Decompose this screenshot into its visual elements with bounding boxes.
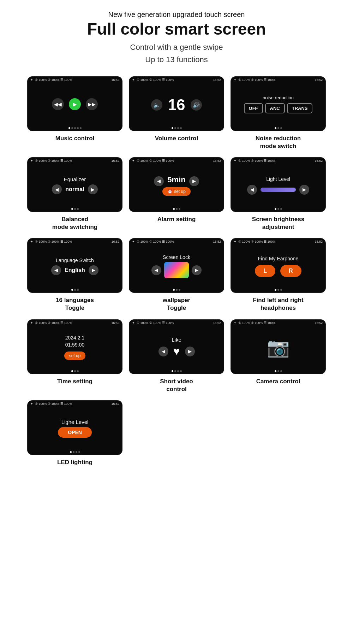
lang-label: 16 languagesToggle [56, 296, 94, 312]
screen-volume: ✦ ① 100% ② 100% ☰ 100% 16:52 🔈 16 🔊 [129, 76, 224, 131]
noise-off-btn[interactable]: OFF [244, 103, 263, 113]
alarm-time: 5min [167, 175, 185, 184]
cell-led: ✦ ① 100% ② 100% ☰ 100% 16:52 Lighe Level… [27, 400, 122, 466]
header-title: Full color smart screen [87, 20, 266, 38]
volume-dots [129, 127, 224, 131]
volume-label: Volume control [155, 135, 198, 142]
wall-dots [129, 289, 224, 293]
wall-title: Screen Lock [163, 254, 190, 260]
led-open-label: OPEN [68, 430, 82, 435]
led-open-btn[interactable]: OPEN [58, 427, 92, 438]
noise-title: noise reduction [263, 95, 294, 100]
like-row: ◀ ♥ ▶ [158, 345, 195, 358]
like-dots [129, 370, 224, 374]
cell-equalizer: ✦ ① 100% ② 100% ☰ 100% 16:52 Equalizer ◀… [27, 157, 122, 231]
lang-next-btn[interactable]: ▶ [89, 265, 98, 275]
screen-equalizer: ✦ ① 100% ② 100% ☰ 100% 16:52 Equalizer ◀… [27, 157, 122, 212]
led-content: Lighe Level OPEN [28, 406, 122, 451]
bright-title: Light Level [266, 176, 290, 182]
eq-dots [28, 208, 122, 212]
alarm-setup-label: set up [174, 189, 186, 194]
screen-wallpaper: ✦ ① 100% ② 100% ☰ 100% 16:52 Screen Lock… [129, 238, 224, 293]
status-bar-led: ✦ ① 100% ② 100% ☰ 100% 16:52 [28, 401, 122, 406]
eq-value: normal [65, 186, 84, 193]
lang-prev-btn[interactable]: ◀ [51, 265, 61, 275]
page-header: New five generation upgraded touch scree… [87, 11, 266, 66]
brightness-bar [261, 188, 296, 192]
header-desc2: Up to 13 functions [87, 53, 266, 66]
find-content: Find My Earphone L R [231, 244, 325, 289]
wall-row: ◀ ▶ [151, 262, 202, 278]
eq-next-btn[interactable]: ▶ [88, 184, 98, 194]
eq-prev-btn[interactable]: ◀ [52, 184, 62, 194]
like-next-btn[interactable]: ▶ [185, 347, 195, 356]
forward-btn[interactable]: ▶▶ [86, 98, 98, 110]
noise-anc-btn[interactable]: ANC [265, 103, 285, 113]
cam-dots [231, 370, 325, 374]
rewind-btn[interactable]: ◀◀ [52, 98, 64, 110]
noise-label-text: Noise reductionmode switch [256, 135, 301, 150]
screen-music: ✦ ① 100% ② 100% ☰ 100% 16:52 ◀◀ ▶ ▶▶ [27, 76, 122, 131]
music-content: ◀◀ ▶ ▶▶ [28, 82, 122, 127]
alarm-prev-btn[interactable]: ◀ [154, 176, 164, 186]
cell-music: ✦ ① 100% ② 100% ☰ 100% 16:52 ◀◀ ▶ ▶▶ Mus… [27, 76, 122, 150]
find-label: Find left and rightheadphones [253, 296, 304, 312]
music-dots [28, 127, 122, 131]
cam-label: Camera control [256, 378, 300, 385]
wallpaper-image [164, 262, 189, 278]
features-grid: ✦ ① 100% ② 100% ☰ 100% 16:52 ◀◀ ▶ ▶▶ Mus… [27, 76, 326, 466]
wall-next-btn[interactable]: ▶ [192, 265, 202, 275]
lang-content: Language Switch ◀ English ▶ [28, 244, 122, 289]
cell-volume: ✦ ① 100% ② 100% ☰ 100% 16:52 🔈 16 🔊 Volu… [129, 76, 224, 150]
lr-buttons: L R [255, 265, 301, 277]
bright-down-btn[interactable]: ◀ [247, 185, 257, 195]
status-bar-time: ✦ ① 100% ② 100% ☰ 100% 16:52 [28, 320, 122, 325]
like-label: Short videocontrol [160, 378, 193, 393]
status-bar-cam: ✦ ① 100% ② 100% ☰ 100% 16:52 [231, 320, 325, 325]
find-dots [231, 289, 325, 293]
screen-led: ✦ ① 100% ② 100% ☰ 100% 16:52 Lighe Level… [27, 400, 122, 455]
cam-content: 📷 [231, 325, 325, 370]
lang-row: ◀ English ▶ [51, 265, 98, 275]
camera-icon: 📷 [267, 337, 290, 358]
eq-title: Equalizer [64, 176, 86, 182]
volume-content: 🔈 16 🔊 [129, 82, 224, 127]
music-label: Music control [55, 135, 95, 142]
find-left-btn[interactable]: L [255, 265, 275, 277]
play-btn[interactable]: ▶ [69, 98, 81, 110]
status-bar-bright: ✦ ① 100% ② 100% ☰ 100% 16:52 [231, 158, 325, 163]
alarm-content: ◀ 5min ▶ ⏰set up [129, 163, 224, 208]
cell-find: ✦ ① 100% ② 100% ☰ 100% 16:52 Find My Ear… [231, 238, 326, 312]
vol-up-btn[interactable]: 🔊 [191, 99, 202, 111]
time-setup-label: set up [69, 353, 81, 358]
time-setup-btn[interactable]: set up [64, 351, 86, 360]
eq-label: Balancedmode switching [52, 215, 97, 231]
cell-noise: ✦ ① 100% ② 100% ☰ 100% 16:52 noise reduc… [231, 76, 326, 150]
header-desc1: Control with a gentle swipe [87, 41, 266, 53]
alarm-row: ◀ 5min ▶ [154, 175, 199, 187]
led-dots [28, 451, 122, 455]
alarm-dots [129, 208, 224, 212]
alarm-setup-btn[interactable]: ⏰set up [162, 187, 191, 196]
like-prev-btn[interactable]: ◀ [158, 347, 168, 356]
bright-up-btn[interactable]: ▶ [299, 185, 309, 195]
vol-down-btn[interactable]: 🔈 [151, 99, 162, 111]
status-bar-volume: ✦ ① 100% ② 100% ☰ 100% 16:52 [129, 77, 224, 82]
noise-buttons: OFF ANC TRANS [244, 103, 313, 113]
bright-label-text: Screen brightnessadjustment [252, 215, 304, 231]
led-title: Lighe Level [61, 419, 89, 425]
alarm-next-btn[interactable]: ▶ [189, 176, 199, 186]
status-bar-wall: ✦ ① 100% ② 100% ☰ 100% 16:52 [129, 238, 224, 244]
wall-prev-btn[interactable]: ◀ [151, 265, 161, 275]
status-bar-eq: ✦ ① 100% ② 100% ☰ 100% 16:52 [28, 158, 122, 163]
find-right-btn[interactable]: R [280, 265, 301, 277]
volume-number: 16 [168, 96, 185, 114]
status-bar-lang: ✦ ① 100% ② 100% ☰ 100% 16:52 [28, 238, 122, 244]
noise-trans-btn[interactable]: TRANS [287, 103, 313, 113]
screen-brightness: ✦ ① 100% ② 100% ☰ 100% 16:52 Light Level… [231, 157, 326, 212]
status-bar-like: ✦ ① 100% ② 100% ☰ 100% 16:52 [129, 320, 224, 325]
header-subtitle: New five generation upgraded touch scree… [87, 11, 266, 19]
lang-value: English [65, 267, 85, 273]
screen-language: ✦ ① 100% ② 100% ☰ 100% 16:52 Language Sw… [27, 238, 122, 293]
heart-icon: ♥ [173, 345, 180, 358]
